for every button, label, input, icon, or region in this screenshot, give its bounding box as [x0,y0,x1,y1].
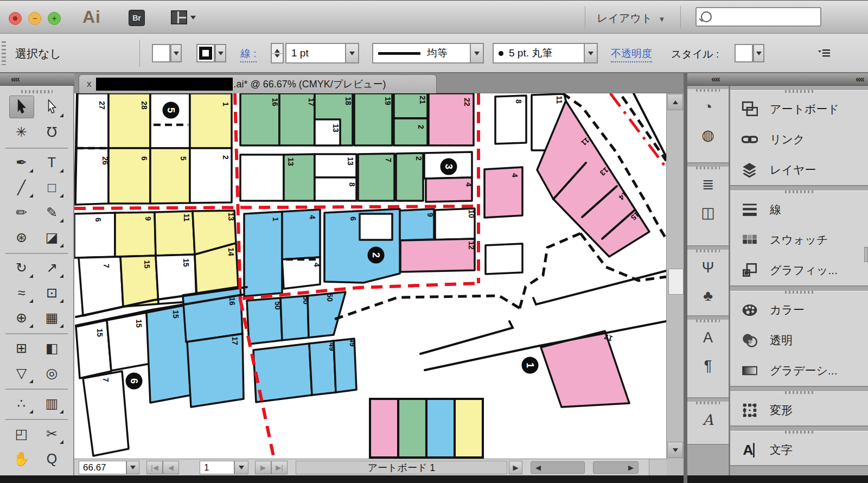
scroll-up-button[interactable] [667,94,683,110]
map-parcel[interactable] [360,214,392,240]
style-swatch[interactable] [735,44,753,62]
panel-button-transform[interactable]: 変形 [730,395,868,425]
stroke-panel-link[interactable]: 線 : [240,47,257,62]
legend-swatch[interactable] [426,399,455,457]
fill-dropdown-button[interactable] [170,44,182,62]
dock-scroll-handle[interactable] [864,247,868,262]
dashed-circle-icon[interactable]: ◍ [687,121,729,149]
map-parcel[interactable] [79,257,123,316]
fan-icon[interactable]: ◔ [687,93,729,121]
stroke-width-combo[interactable]: 1 pt [285,43,346,63]
close-window-button[interactable] [9,12,22,25]
artboard-dropdown-button[interactable] [234,461,248,474]
close-tab-button[interactable]: x [87,79,92,90]
control-panel-menu-button[interactable] [817,48,831,59]
artboard-number-field[interactable]: 1 [200,461,234,474]
symbol-sprayer-tool[interactable]: ∴ [9,392,34,415]
hand-tool[interactable]: ✋ [9,447,34,470]
stroke-width-dropdown-button[interactable] [345,43,359,63]
document-tab[interactable]: x .ai* @ 66.67% (CMYK/プレビュー) [79,74,437,93]
scale-tool[interactable]: ↗ [40,256,65,279]
panel-button-gradient[interactable]: グラデーシ... [730,355,868,386]
slice-tool[interactable]: ✂ [40,422,65,445]
panel-button-graphic-styles[interactable]: グラフィッ... [730,255,868,285]
search-field[interactable] [695,7,821,27]
artboard-name-status[interactable]: アートボード 1 [296,461,507,474]
blend-tool[interactable]: ◎ [40,361,65,384]
zoom-level-field[interactable]: 66.67 [79,461,126,474]
map-parcel[interactable] [83,371,129,456]
map-parcel[interactable] [150,93,190,148]
hscroll-left-piece[interactable]: ◀ [531,461,585,474]
rotate-tool[interactable]: ↻ [9,256,34,279]
zoom-tool[interactable]: Q [40,447,65,470]
direct-selection-tool[interactable] [40,96,65,118]
map-parcel[interactable] [120,256,158,307]
panel-button-swatches[interactable]: スウォッチ [730,225,868,255]
gradient-tool[interactable]: ◧ [40,336,65,359]
eraser-tool[interactable]: ◪ [40,226,65,249]
paintbrush-tool[interactable]: ✏ [9,201,34,224]
legend-swatch[interactable] [370,399,398,457]
hscroll-right-piece[interactable]: ▶ [593,461,639,474]
bridge-button[interactable]: Br [129,10,145,26]
brush-dropdown-button[interactable] [584,43,598,63]
stroke-swatch[interactable] [196,44,215,62]
collapse-dock-icon[interactable]: «« [856,74,864,85]
rectangle-tool[interactable]: □ [40,176,65,199]
perspective-grid-tool[interactable]: ▦ [40,306,65,329]
mesh-tool[interactable]: ⊞ [9,336,34,359]
panel-grip[interactable] [2,41,6,65]
brush-definition-combo[interactable]: 5 pt. 丸筆 [493,43,585,63]
panel-button-link[interactable]: リンク [730,124,868,155]
stroke-dropdown-button[interactable] [215,44,226,62]
map-parcel[interactable] [244,212,282,296]
stepper-up-button[interactable] [272,44,283,54]
map-parcel[interactable] [486,244,522,274]
pathfinder-icon[interactable]: ◫ [687,199,729,227]
free-transform-tool[interactable]: ⊡ [40,281,65,304]
first-artboard-button[interactable]: |◀ [146,461,163,474]
style-dropdown-button[interactable] [753,44,764,62]
toolbar-grip[interactable] [21,90,53,93]
lasso-tool[interactable]: ℧ [40,120,65,143]
map-parcel[interactable] [315,177,356,201]
map-parcel[interactable] [282,257,320,289]
panel-button-transparency[interactable]: 透明 [730,325,868,355]
blob-brush-tool[interactable]: ⊛ [9,226,34,249]
profile-dropdown-button[interactable] [470,43,484,63]
map-parcel[interactable] [315,119,340,145]
selection-tool[interactable] [9,96,34,118]
vertical-scroll-thumb[interactable] [668,269,684,295]
glyphs-icon[interactable]: A [687,405,729,434]
width-tool[interactable]: ≈ [9,281,34,304]
brushes-icon[interactable]: Ψ [687,253,729,282]
pencil-tool[interactable]: ✎ [40,201,65,224]
fill-swatch[interactable] [152,44,170,62]
column-graph-tool[interactable]: ▥ [40,392,65,415]
map-parcel[interactable] [334,339,356,392]
map-parcel[interactable] [76,320,111,378]
panel-button-color[interactable]: カラー [730,295,868,325]
collapse-toolbar-icon[interactable]: «« [11,74,19,85]
variable-width-profile-combo[interactable]: 均等 [372,43,471,63]
line-segment-tool[interactable]: ╱ [9,176,34,199]
artboard-tool[interactable]: ◰ [9,422,34,445]
arrange-documents-button[interactable] [171,10,196,24]
last-artboard-button[interactable]: ▶| [271,461,288,474]
status-next-button[interactable]: ▶ [509,461,522,474]
stroke-width-stepper[interactable] [271,43,284,63]
align-icon[interactable]: ≣ [687,170,729,199]
stepper-down-button[interactable] [272,54,283,63]
legend-swatch[interactable] [455,399,483,457]
zoom-dropdown-button[interactable] [126,461,139,474]
zoom-window-button[interactable]: + [48,12,61,25]
map-parcel[interactable] [240,155,284,201]
previous-artboard-button[interactable]: ◀ [163,461,179,474]
collapse-strip-icon[interactable]: «« [711,74,719,85]
panel-button-artboard[interactable]: アートボード [730,94,868,124]
shape-builder-tool[interactable]: ⊕ [9,306,34,329]
vertical-scrollbar[interactable] [666,93,684,475]
symbols-icon[interactable]: ♣ [687,282,729,310]
next-artboard-button[interactable]: ▶ [255,461,271,474]
